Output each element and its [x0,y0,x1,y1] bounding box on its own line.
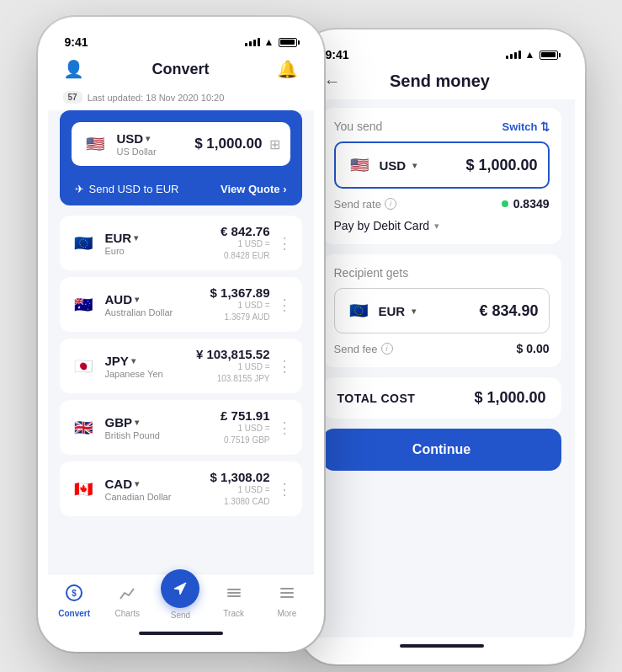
profile-icon[interactable]: 👤 [63,59,84,79]
home-indicator-1 [48,625,314,642]
currency-code[interactable]: GBP ▾ [105,415,160,429]
nav-label-track: Track [223,609,244,618]
currency-item-right: € 842.76 1 USD =0.8428 EUR ⋮ [221,224,291,262]
more-dots-icon[interactable]: ⋮ [277,234,292,253]
more-dots-icon[interactable]: ⋮ [277,419,292,437]
signal-icon-2 [506,51,521,59]
currency-name: Canadian Dollar [105,492,172,502]
fee-label: Send fee i [334,343,393,355]
currency-flag: 🇦🇺 [70,291,97,318]
from-currency-row[interactable]: 🇺🇸 USD ▾ US Dollar $ 1,000.00 [72,122,290,166]
currency-item-left: 🇯🇵 JPY ▾ Japanese Yen [70,353,163,380]
currency-code[interactable]: EUR ▾ [105,231,139,245]
nav-item-charts[interactable]: Charts [102,584,152,618]
nav-label-charts: Charts [115,609,140,618]
switch-button[interactable]: Switch ⇅ [502,120,550,133]
nav-item-send[interactable]: Send [155,581,205,620]
pay-label: Pay by Debit Card [334,219,430,232]
nav-label-send: Send [171,611,190,620]
currency-code[interactable]: CAD ▾ [105,477,172,491]
last-updated-bar: 57 Last updated: 18 Nov 2020 10:20 [48,88,314,110]
battery-icon-2 [540,51,558,60]
you-send-section: You send Switch ⇅ 🇺🇸 USD ▾ $ 1,000.00 [322,108,561,244]
menu-icon [278,584,296,606]
currency-amount: $ 1,308.02 [210,470,270,484]
nav-item-convert[interactable]: $ Convert [49,584,99,618]
list-icon [225,584,243,606]
app-header-1: 👤 Convert 🔔 [48,54,314,88]
send-rate-value: 0.8349 [502,197,550,211]
status-bar-2: 9:41 ▲ [309,40,575,67]
status-icons-2: ▲ [506,49,558,61]
currency-list-item[interactable]: 🇬🇧 GBP ▾ British Pound £ 751.91 1 USD =0… [60,400,302,455]
usd-flag: 🇺🇸 [82,131,109,157]
fee-row: Send fee i $ 0.00 [334,342,550,355]
you-send-label: You send [334,120,383,133]
nav-label-more: More [277,609,296,618]
from-currency-card: 🇺🇸 USD ▾ US Dollar $ 1,000.00 [60,110,302,205]
send-label[interactable]: ✈ Send USD to EUR [75,183,179,195]
bottom-nav-1: $ Convert Charts [48,573,314,625]
fee-value: $ 0.00 [517,342,550,355]
nav-item-track[interactable]: Track [209,584,259,618]
view-quote-btn[interactable]: View Quote › [221,183,287,195]
fee-info-icon[interactable]: i [381,343,393,355]
status-time-1: 9:41 [65,35,88,49]
currency-code[interactable]: JPY ▾ [105,354,163,368]
info-icon[interactable]: i [385,198,396,210]
currency-list-item[interactable]: 🇪🇺 EUR ▾ Euro € 842.76 1 USD =0.8428 EUR… [60,216,302,270]
currency-amount: ¥ 103,815.52 [196,347,270,361]
bell-icon[interactable]: 🔔 [277,59,298,79]
more-dots-icon[interactable]: ⋮ [277,480,292,499]
currency-code[interactable]: AUD ▾ [105,292,173,307]
currency-list-item[interactable]: 🇯🇵 JPY ▾ Japanese Yen ¥ 103,815.52 1 USD… [60,339,302,393]
battery-icon [279,38,297,47]
currency-name: Japanese Yen [105,369,163,379]
status-bar-1: 9:41 ▲ [48,27,314,54]
nav-item-more[interactable]: More [262,584,312,618]
recipient-currency-selector[interactable]: 🇪🇺 EUR ▾ [345,297,417,324]
currency-item-right: £ 751.91 1 USD =0.7519 GBP ⋮ [221,408,291,446]
nav-label-convert: Convert [58,609,90,618]
you-send-currency-selector[interactable]: 🇺🇸 USD ▾ [346,152,417,179]
currency-list-item[interactable]: 🇨🇦 CAD ▾ Canadian Dollar $ 1,308.02 1 US… [60,461,302,516]
dollar-circle-icon: $ [65,584,83,606]
pay-method-row[interactable]: Pay by Debit Card ▾ [334,219,550,232]
currency-rate: 1 USD =0.7519 GBP [221,423,269,446]
app-header-2: ← Send money [309,67,575,99]
currency-name: Australian Dollar [105,307,173,317]
signal-icon [245,38,260,46]
currency-item-right: $ 1,308.02 1 USD =1.3080 CAD ⋮ [210,470,292,508]
recipient-amount: € 834.90 [479,302,538,320]
from-currency-code[interactable]: USD ▾ [117,131,157,146]
currency-item-left: 🇬🇧 GBP ▾ British Pound [70,414,160,441]
total-cost-bar: TOTAL COST $ 1,000.00 [322,377,561,419]
send-content: You send Switch ⇅ 🇺🇸 USD ▾ $ 1,000.00 [309,99,575,637]
more-dots-icon[interactable]: ⋮ [277,296,292,314]
currency-rate: 1 USD =1.3080 CAD [210,484,270,508]
continue-button[interactable]: Continue [322,429,561,471]
currency-rate: 1 USD =1.3679 AUD [210,300,270,323]
currency-amount: £ 751.91 [221,408,269,423]
more-dots-icon[interactable]: ⋮ [277,357,292,376]
you-send-currency-row[interactable]: 🇺🇸 USD ▾ $ 1,000.00 [334,141,550,189]
currency-item-right: ¥ 103,815.52 1 USD =103.8155 JPY ⋮ [196,347,292,385]
back-icon[interactable]: ← [324,72,341,91]
chart-icon [118,584,136,606]
recipient-currency-row[interactable]: 🇪🇺 EUR ▾ € 834.90 [334,288,550,333]
status-time-2: 9:41 [326,48,349,61]
send-icon[interactable] [161,569,199,608]
home-indicator-2 [309,637,575,654]
phone-2: 9:41 ▲ ← Send money [299,29,585,664]
calculator-icon[interactable]: ⊞ [269,136,280,152]
currency-list-item[interactable]: 🇦🇺 AUD ▾ Australian Dollar $ 1,367.89 1 … [60,277,302,332]
wifi-icon: ▲ [264,36,274,48]
from-currency-name: US Dollar [117,147,157,157]
usd-flag-2: 🇺🇸 [346,152,373,179]
currency-flag: 🇪🇺 [70,230,97,257]
currency-rate: 1 USD =0.8428 EUR [221,238,269,262]
section-label-row: You send Switch ⇅ [334,120,550,133]
page-title-2: Send money [390,72,490,91]
rate-dot [502,200,508,207]
currency-list: 🇪🇺 EUR ▾ Euro € 842.76 1 USD =0.8428 EUR… [60,216,302,516]
